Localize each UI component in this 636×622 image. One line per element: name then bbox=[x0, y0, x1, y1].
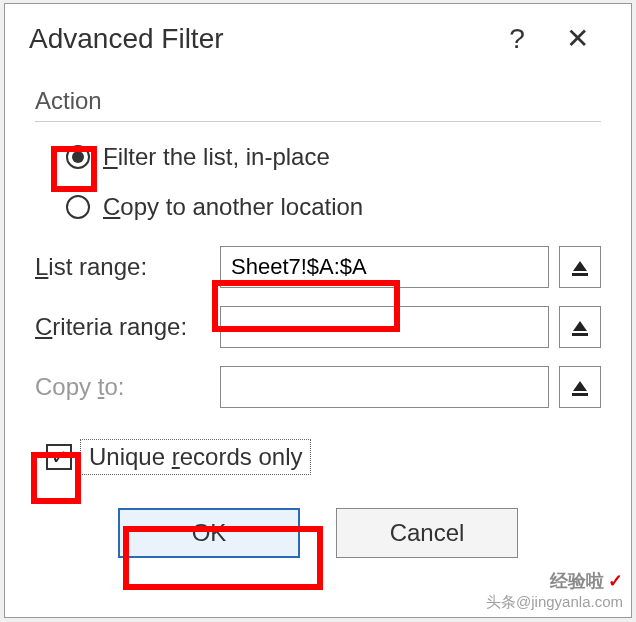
cancel-button[interactable]: Cancel bbox=[336, 508, 518, 558]
dialog-content: Action Filter the list, in-place Copy to… bbox=[5, 67, 631, 558]
collapse-icon bbox=[571, 378, 589, 396]
close-icon: ✕ bbox=[566, 23, 589, 54]
help-button[interactable]: ? bbox=[487, 23, 547, 55]
radio-filter-in-place-label: Filter the list, in-place bbox=[103, 143, 330, 171]
copy-to-input bbox=[220, 366, 549, 408]
criteria-range-label: Criteria range: bbox=[35, 313, 220, 341]
criteria-range-collapse-button[interactable] bbox=[559, 306, 601, 348]
collapse-icon bbox=[571, 258, 589, 276]
list-range-label: List range: bbox=[35, 253, 220, 281]
advanced-filter-dialog: Advanced Filter ? ✕ Action Filter the li… bbox=[4, 3, 632, 618]
close-button[interactable]: ✕ bbox=[547, 22, 607, 55]
list-range-row: List range: bbox=[35, 246, 601, 288]
check-icon: ✓ bbox=[51, 447, 68, 467]
watermark: 经验啦 ✓ 头条@jingyanla.com bbox=[486, 571, 623, 611]
unique-records-row[interactable]: ✓ Unique records only bbox=[38, 436, 601, 478]
ok-button[interactable]: OK bbox=[118, 508, 300, 558]
criteria-range-row: Criteria range: bbox=[35, 306, 601, 348]
radio-filter-in-place[interactable]: Filter the list, in-place bbox=[57, 136, 601, 178]
copy-to-collapse-button[interactable] bbox=[559, 366, 601, 408]
list-range-input[interactable] bbox=[220, 246, 549, 288]
section-divider bbox=[35, 121, 601, 122]
collapse-icon bbox=[571, 318, 589, 336]
radio-copy-another-control[interactable] bbox=[57, 186, 99, 228]
radio-copy-another[interactable]: Copy to another location bbox=[57, 186, 601, 228]
radio-copy-another-label: Copy to another location bbox=[103, 193, 363, 221]
unique-records-checkbox[interactable]: ✓ bbox=[38, 436, 80, 478]
dialog-title: Advanced Filter bbox=[29, 23, 487, 55]
action-section-label: Action bbox=[35, 87, 601, 115]
button-row: OK Cancel bbox=[35, 508, 601, 558]
unique-records-label: Unique records only bbox=[80, 439, 311, 475]
copy-to-label: Copy to: bbox=[35, 373, 220, 401]
copy-to-row: Copy to: bbox=[35, 366, 601, 408]
titlebar: Advanced Filter ? ✕ bbox=[5, 4, 631, 67]
radio-filter-in-place-control[interactable] bbox=[57, 136, 99, 178]
list-range-collapse-button[interactable] bbox=[559, 246, 601, 288]
criteria-range-input[interactable] bbox=[220, 306, 549, 348]
